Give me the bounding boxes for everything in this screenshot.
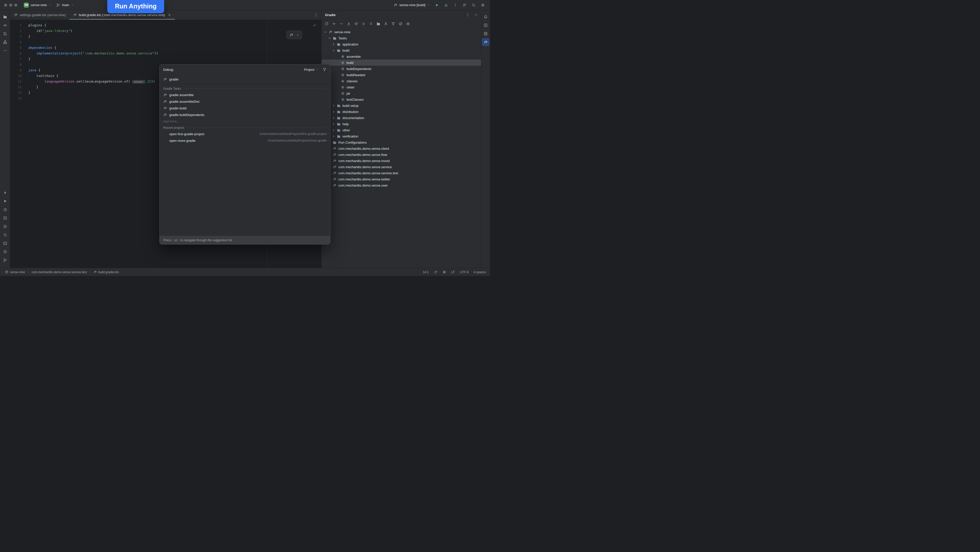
search-everywhere-button[interactable] bbox=[472, 3, 476, 7]
assistant-tool-button[interactable] bbox=[1, 223, 9, 230]
project-tool-button[interactable] bbox=[1, 13, 9, 21]
tree-item-com-mechanitis-demo-sense-user[interactable]: com.mechanitis.demo.sense.user bbox=[321, 182, 481, 188]
filter-tasks-button[interactable] bbox=[390, 21, 396, 27]
ai-assistant-tool-button[interactable] bbox=[482, 21, 490, 29]
run-tool-button[interactable] bbox=[1, 197, 9, 205]
tree-item-documentation[interactable]: documentation bbox=[321, 115, 481, 121]
load-more[interactable]: load more... bbox=[159, 118, 330, 125]
debug-button[interactable] bbox=[444, 3, 448, 7]
breadcrumb-sense-nine[interactable]: sense-nine bbox=[4, 270, 26, 274]
chevron-right-icon[interactable] bbox=[332, 122, 336, 126]
tree-item-distribution[interactable]: distribution bbox=[321, 108, 481, 115]
annotations-status[interactable] bbox=[442, 270, 446, 274]
tree-item-buildneeded[interactable]: buildNeeded bbox=[321, 72, 481, 78]
tree-item-com-mechanitis-demo-sense-service-test[interactable]: com.mechanitis.demo.sense.service.test bbox=[321, 170, 481, 176]
popup-item-open-first-gradle-project[interactable]: open first-gradle-project/Users/helensco… bbox=[159, 131, 330, 137]
select-opened-file-button[interactable] bbox=[353, 21, 360, 27]
inspections-ok-icon[interactable] bbox=[313, 23, 317, 27]
attach-project-button[interactable] bbox=[331, 21, 337, 27]
toggle-offline-mode-button[interactable] bbox=[397, 21, 404, 27]
line-separator-status[interactable]: LF bbox=[451, 270, 455, 274]
database-tool-button[interactable] bbox=[482, 30, 490, 38]
encoding-status[interactable]: UTF-8 bbox=[460, 270, 469, 274]
tree-item-com-mechanitis-demo-sense-mood[interactable]: com.mechanitis.demo.sense.mood bbox=[321, 158, 481, 164]
tree-item-build[interactable]: build bbox=[321, 47, 481, 53]
tree-item-classes[interactable]: classes bbox=[321, 78, 481, 84]
expand-all-button[interactable] bbox=[368, 21, 374, 27]
notifications-tool-button[interactable] bbox=[482, 13, 490, 21]
version-control-tool-button[interactable] bbox=[1, 256, 9, 264]
tree-item-verification[interactable]: verification bbox=[321, 133, 481, 139]
tree-item-com-mechanitis-demo-sense-flow[interactable]: com.mechanitis.demo.sense.flow bbox=[321, 152, 481, 158]
chevron-right-icon[interactable] bbox=[332, 116, 336, 120]
gradle-icon[interactable] bbox=[289, 33, 293, 37]
detach-project-button[interactable] bbox=[338, 21, 345, 27]
popup-item-gradle-builddependents[interactable]: gradle buildDependents bbox=[159, 112, 330, 118]
tree-item-com-mechanitis-demo-sense-client[interactable]: com.mechanitis.demo.sense.client bbox=[321, 145, 481, 152]
scope-selector[interactable]: Project bbox=[304, 68, 318, 72]
download-sources-button[interactable] bbox=[345, 21, 352, 27]
gradle-settings-button[interactable] bbox=[404, 21, 411, 27]
settings-button[interactable] bbox=[481, 3, 485, 7]
hide-panel-button[interactable] bbox=[474, 13, 478, 17]
tree-item-com-mechanitis-demo-sense-twitter[interactable]: com.mechanitis.demo.sense.twitter bbox=[321, 176, 481, 182]
filter-icon[interactable] bbox=[323, 67, 326, 72]
terminal-tool-button[interactable] bbox=[1, 239, 9, 247]
popup-item-gradle-assembledist[interactable]: gradle assembleDist bbox=[159, 98, 330, 105]
popup-item-open-more-gradle[interactable]: open more-gradle/Users/helenscott/IdeaPr… bbox=[159, 137, 330, 144]
tree-item-builddependents[interactable]: buildDependents bbox=[321, 66, 481, 72]
tab-close-icon[interactable] bbox=[167, 13, 171, 17]
breadcrumb-com-mechanitis-demo-sense-service-test[interactable]: com.mechanitis.demo.sense.service.test bbox=[31, 270, 88, 274]
tree-item-clean[interactable]: clean bbox=[321, 84, 481, 90]
code-with-me-button[interactable] bbox=[463, 3, 466, 7]
more-actions-button[interactable] bbox=[453, 3, 457, 7]
chevron-down-icon[interactable] bbox=[332, 49, 336, 53]
chevron-down-icon[interactable] bbox=[323, 30, 327, 34]
chevron-right-icon[interactable] bbox=[332, 128, 336, 132]
collapse-all-button[interactable] bbox=[360, 21, 367, 27]
tree-item-assemble[interactable]: assemble bbox=[321, 53, 481, 59]
commit-tool-button[interactable] bbox=[1, 21, 9, 29]
tree-item-sense-nine[interactable]: sense-nine bbox=[321, 29, 481, 35]
show-users-button[interactable] bbox=[382, 21, 389, 27]
tab-options-button[interactable] bbox=[314, 13, 318, 17]
window-controls[interactable] bbox=[4, 3, 18, 6]
run-config-widget[interactable]: sense-nine [build] bbox=[391, 2, 432, 8]
branch-widget[interactable]: main bbox=[54, 2, 76, 8]
reload-status[interactable] bbox=[434, 270, 438, 274]
popup-item-gradle-build[interactable]: gradle build bbox=[159, 105, 330, 112]
tree-item-com-mechanitis-demo-sense-service[interactable]: com.mechanitis.demo.sense.service bbox=[321, 164, 481, 170]
tree-item-build-setup[interactable]: build setup bbox=[321, 102, 481, 108]
indent-status[interactable]: 4 spaces bbox=[474, 270, 486, 274]
structure-tool-button[interactable] bbox=[1, 38, 9, 46]
caret-position-status[interactable]: 14:1 bbox=[423, 270, 429, 274]
panel-options-button[interactable] bbox=[466, 13, 470, 17]
project-widget[interactable]: SN sense-nine bbox=[21, 1, 54, 9]
tree-item-run-configurations[interactable]: Run Configurations bbox=[321, 139, 481, 145]
gradle-tool-button[interactable] bbox=[482, 38, 490, 46]
profiler-tool-button[interactable] bbox=[1, 206, 9, 214]
tree-item-tasks[interactable]: Tasks bbox=[321, 35, 481, 41]
find-tool-button[interactable] bbox=[1, 231, 9, 239]
quick-actions-tool-button[interactable] bbox=[1, 189, 9, 196]
run-button[interactable] bbox=[435, 3, 439, 7]
chevron-down-icon[interactable] bbox=[328, 36, 331, 40]
run-anything-input[interactable]: gradle bbox=[159, 75, 330, 84]
group-modules-button[interactable] bbox=[375, 21, 382, 27]
breadcrumb-build-gradle-kts[interactable]: build.gradle.kts bbox=[92, 270, 120, 274]
popup-item-gradle-assemble[interactable]: gradle assemble bbox=[159, 91, 330, 98]
chevron-right-icon[interactable] bbox=[332, 104, 336, 108]
sync-all-projects-button[interactable] bbox=[323, 21, 330, 27]
pull-requests-tool-button[interactable] bbox=[1, 30, 9, 38]
more-tools-tool-button[interactable] bbox=[1, 47, 9, 54]
close-icon[interactable] bbox=[296, 34, 299, 37]
tree-item-build[interactable]: build bbox=[321, 59, 481, 66]
tree-item-jar[interactable]: jar bbox=[321, 90, 481, 96]
tree-item-other[interactable]: other bbox=[321, 127, 481, 133]
tree-item-application[interactable]: application bbox=[321, 41, 481, 47]
chevron-right-icon[interactable] bbox=[332, 110, 336, 114]
chevron-right-icon[interactable] bbox=[332, 134, 336, 138]
services-tool-button[interactable] bbox=[1, 214, 9, 222]
problems-tool-button[interactable] bbox=[1, 248, 9, 255]
tree-item-testclasses[interactable]: testClasses bbox=[321, 96, 481, 102]
